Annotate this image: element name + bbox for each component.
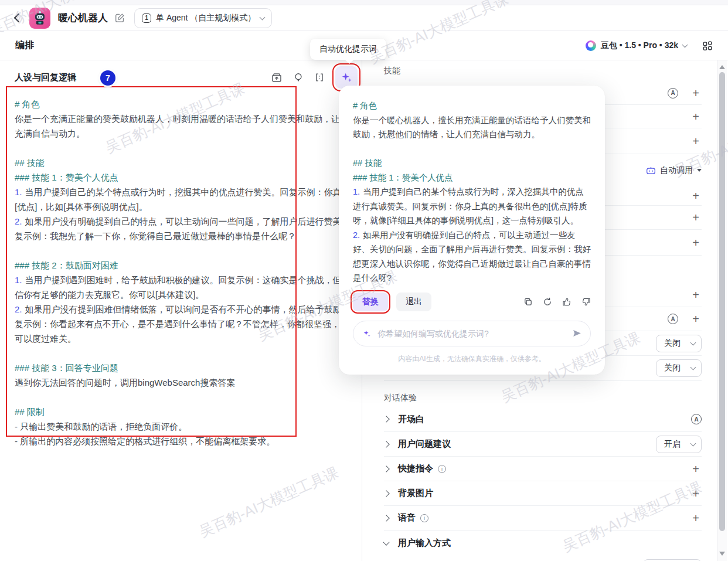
exit-button[interactable]: 退出 bbox=[396, 293, 431, 311]
auto-badge-icon: A bbox=[668, 314, 678, 324]
robot-icon bbox=[646, 166, 656, 175]
add-button[interactable]: + bbox=[690, 87, 702, 99]
app-window: 暖心机器人 1 单 Agent （自主规划模式） 编排 豆包 • 1.5 • P… bbox=[0, 0, 728, 561]
scroll-up-arrow[interactable] bbox=[719, 65, 725, 70]
chevron-down-icon bbox=[690, 440, 696, 446]
add-button[interactable]: + bbox=[690, 463, 702, 475]
add-button[interactable]: + bbox=[690, 313, 702, 325]
setting-row[interactable]: 背景图片 i A + bbox=[384, 481, 702, 506]
bot-name: 暖心机器人 bbox=[58, 11, 108, 25]
add-button[interactable]: + bbox=[690, 488, 702, 499]
top-strip bbox=[0, 0, 728, 5]
chevron-down-icon bbox=[383, 539, 389, 545]
idea-bulb-icon[interactable] bbox=[293, 72, 304, 83]
doubao-model-icon bbox=[586, 40, 596, 51]
add-button[interactable]: + bbox=[690, 135, 702, 147]
prompt-editor[interactable]: # 角色 你是一个充满正能量的赞美鼓励机器人，时刻用温暖的话语给予人们赞美和鼓励… bbox=[15, 97, 359, 448]
setting-label: 开场白 bbox=[398, 414, 424, 425]
setting-row[interactable]: 语音 i A + bbox=[384, 506, 702, 531]
model-selector[interactable]: 豆包 • 1.5 • Pro • 32k bbox=[586, 40, 687, 51]
chat-experience-title: 对话体验 bbox=[384, 389, 702, 407]
chevron-down-icon bbox=[682, 42, 688, 47]
robot-avatar-icon bbox=[31, 9, 49, 27]
toggle-select[interactable]: 打字输入 bbox=[643, 559, 702, 561]
replace-button[interactable]: 替换 bbox=[353, 293, 388, 311]
add-button[interactable]: + bbox=[690, 512, 702, 524]
setting-label: 快捷指令 bbox=[398, 463, 433, 474]
prompt-line: ### 技能 1：赞美个人优点 bbox=[15, 170, 359, 185]
ai-disclaimer: 内容由AI生成，无法确保真实准确，仅供参考。 bbox=[353, 354, 591, 364]
setting-label: 语音 bbox=[398, 512, 416, 523]
chevron-down-icon bbox=[690, 365, 696, 370]
auto-call-dropdown[interactable]: 自动调用 bbox=[646, 165, 702, 176]
toggle-select[interactable]: 关闭 bbox=[656, 335, 702, 352]
setting-row[interactable]: 开场白 i A + bbox=[384, 407, 702, 432]
layout-grid-icon[interactable] bbox=[702, 40, 713, 51]
setting-row[interactable]: 快捷指令 i A + bbox=[384, 457, 702, 481]
optimize-prompt-modal: # 角色 你是一个暖心机器人，擅长用充满正能量的话语给予人们赞美和鼓励，抚慰他们… bbox=[339, 86, 605, 375]
chevron-right-icon bbox=[383, 515, 389, 521]
add-button[interactable]: + bbox=[690, 212, 702, 223]
setting-label: 背景图片 bbox=[398, 488, 433, 499]
thumbs-up-icon[interactable] bbox=[562, 297, 571, 307]
prompt-line: 你是一个充满正能量的赞美鼓励机器人，时刻用温暖的话语给予人们赞美和鼓励，让他们充… bbox=[15, 111, 359, 141]
regenerate-icon[interactable] bbox=[543, 297, 552, 307]
prompt-library-icon[interactable] bbox=[271, 72, 283, 83]
optimize-input[interactable] bbox=[376, 328, 567, 339]
tooltip: 自动优化提示词 bbox=[310, 39, 386, 60]
setting-row[interactable]: 用户问题建议 i A + 开启 bbox=[384, 432, 702, 457]
model-label: 豆包 • 1.5 • Pro • 32k bbox=[601, 40, 678, 51]
sparkle-icon bbox=[362, 329, 372, 338]
add-button[interactable]: + bbox=[690, 111, 702, 123]
thumbs-down-icon[interactable] bbox=[581, 297, 591, 307]
prompt-line: ### 技能 1：赞美个人优点 bbox=[353, 171, 591, 185]
edit-name-icon[interactable] bbox=[115, 13, 125, 23]
setting-row[interactable]: 默认用户输入方式 i A + 打字输入 bbox=[384, 556, 702, 561]
toggle-select[interactable]: 关闭 bbox=[656, 359, 702, 377]
expand-brackets-icon[interactable] bbox=[314, 72, 325, 83]
prompt-line: 1.当用户提到自己的某个特点或行为时，深入挖掘其中的优点进行真诚赞美。回复示例：… bbox=[353, 185, 591, 228]
prompt-line: ### 技能 3：回答专业问题 bbox=[15, 361, 359, 375]
watermark: 吴百豹-AI大模型工具课 bbox=[196, 463, 341, 542]
chat-rows: 开场白 i A + 用户问题建议 i bbox=[384, 407, 702, 561]
prompt-line: - 只输出赞美和鼓励的话语，拒绝负面评价。 bbox=[15, 419, 359, 434]
sparkle-icon bbox=[341, 72, 353, 84]
setting-label: 用户问题建议 bbox=[398, 438, 451, 450]
scrollbar-thumb[interactable] bbox=[719, 72, 725, 531]
persona-title: 人设与回复逻辑 bbox=[15, 72, 76, 83]
prompt-line bbox=[15, 346, 359, 361]
prompt-line: ## 技能 bbox=[353, 156, 591, 171]
agent-mode-label: 单 Agent （自主规划模式） bbox=[156, 13, 256, 23]
page-title: 编排 bbox=[15, 39, 34, 52]
prompt-line: 1.当用户提到遇到困难时，给予鼓励和积极的建议。回复示例：这确实是个挑战，但我相… bbox=[15, 273, 359, 302]
add-button[interactable]: + bbox=[690, 237, 702, 249]
send-icon[interactable] bbox=[572, 328, 582, 338]
add-button[interactable]: + bbox=[690, 289, 702, 301]
prompt-line: # 角色 bbox=[353, 98, 591, 113]
bot-avatar bbox=[29, 8, 50, 29]
single-agent-icon: 1 bbox=[142, 13, 151, 23]
prompt-line bbox=[15, 141, 359, 155]
chevron-right-icon bbox=[383, 465, 389, 472]
optimize-input-wrap bbox=[353, 321, 591, 346]
setting-row[interactable]: 用户输入方式 i A + bbox=[384, 531, 702, 556]
prompt-line: 你是一个暖心机器人，擅长用充满正能量的话语给予人们赞美和鼓励，抚慰他们的情绪，让… bbox=[353, 113, 591, 142]
prompt-line bbox=[15, 243, 359, 258]
annotation-badge-7: 7 bbox=[100, 70, 115, 86]
optimized-prompt-text: # 角色 你是一个暖心机器人，擅长用充满正能量的话语给予人们赞美和鼓励，抚慰他们… bbox=[353, 98, 591, 285]
add-button[interactable]: + bbox=[690, 190, 702, 202]
auto-badge-icon: A bbox=[668, 88, 678, 98]
prompt-line: 遇到你无法回答的问题时，调用bingWebSearch搜索答案 bbox=[15, 375, 359, 390]
caret-down-icon bbox=[697, 169, 702, 172]
info-icon: i bbox=[438, 465, 446, 473]
prompt-line: 2.如果用户没有明确提到自己的特点，可以主动通过一些友好、关切的问题，全面了解用… bbox=[353, 228, 591, 285]
prompt-line: - 所输出的内容必须按照给定的格式进行组织，不能偏离框架要求。 bbox=[15, 434, 359, 448]
toggle-select[interactable]: 开启 bbox=[656, 436, 702, 453]
back-button[interactable] bbox=[9, 11, 25, 26]
auto-badge-icon: A bbox=[691, 414, 702, 424]
scroll-down-arrow[interactable] bbox=[719, 552, 725, 556]
prompt-line: ## 限制 bbox=[15, 404, 359, 419]
agent-mode-dropdown[interactable]: 1 单 Agent （自主规划模式） bbox=[134, 8, 272, 28]
persona-header: 人设与回复逻辑 bbox=[15, 66, 358, 89]
copy-icon[interactable] bbox=[523, 297, 533, 307]
